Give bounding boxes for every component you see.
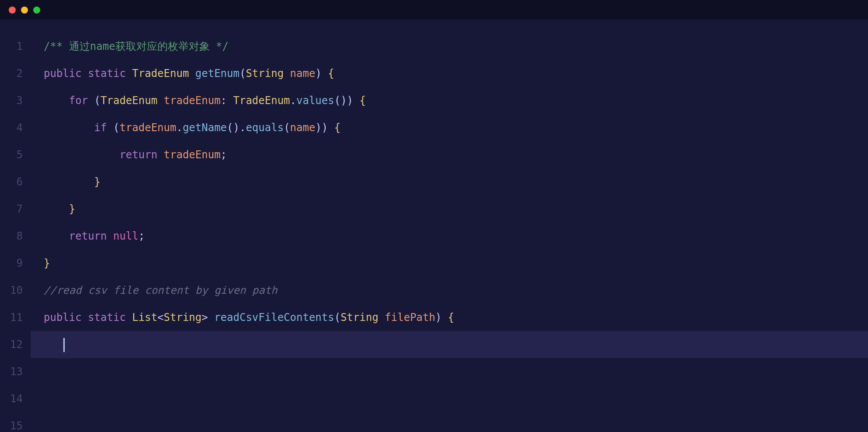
code-token <box>44 230 69 242</box>
code-token: . <box>176 122 182 134</box>
code-token: } <box>94 176 101 188</box>
code-token: equals <box>246 122 284 134</box>
code-token <box>322 67 328 80</box>
code-token: public <box>44 67 82 80</box>
code-token: getEnum <box>195 67 240 80</box>
code-token <box>157 94 163 107</box>
code-line[interactable]: } <box>31 195 868 223</box>
line-number: 9 <box>0 250 23 277</box>
line-number: 1 <box>0 33 23 60</box>
line-number: 10 <box>0 277 23 304</box>
line-number: 4 <box>0 114 23 141</box>
line-number: 11 <box>0 304 23 331</box>
code-token <box>208 311 214 324</box>
code-token: < <box>157 311 163 324</box>
code-token: ( <box>334 311 340 324</box>
editor-window: 123456789101112131415 /** 通过name获取对应的枚举对… <box>0 0 868 432</box>
code-line[interactable]: return tradeEnum; <box>31 141 868 168</box>
code-token: . <box>240 122 246 134</box>
code-line[interactable] <box>31 385 868 412</box>
code-line[interactable]: } <box>31 168 868 195</box>
code-line[interactable]: if (tradeEnum.getName().equals(name)) { <box>31 114 868 141</box>
code-token: public <box>44 311 82 324</box>
code-token <box>353 94 359 107</box>
code-token: return <box>69 230 107 242</box>
code-token <box>82 67 88 80</box>
code-token <box>126 67 132 80</box>
code-token <box>44 122 94 134</box>
code-token <box>126 311 132 324</box>
editor-area[interactable]: 123456789101112131415 /** 通过name获取对应的枚举对… <box>0 20 868 432</box>
code-token: null <box>113 230 139 242</box>
code-token: filePath <box>385 311 435 324</box>
code-line[interactable]: //read csv file content by given path <box>31 277 868 304</box>
code-token: )) <box>315 122 328 134</box>
code-token: ( <box>113 122 119 134</box>
code-token: static <box>88 67 126 80</box>
code-token: ()) <box>334 94 353 107</box>
code-area[interactable]: /** 通过name获取对应的枚举对象 */public static Trad… <box>31 20 868 432</box>
code-token <box>441 311 448 324</box>
line-number: 6 <box>0 168 23 195</box>
code-token: TradeEnum <box>233 94 290 107</box>
code-token <box>82 311 88 324</box>
code-token: } <box>44 257 50 269</box>
code-token: { <box>328 67 334 80</box>
code-line[interactable]: for (TradeEnum tradeEnum: TradeEnum.valu… <box>31 87 868 114</box>
code-line[interactable] <box>31 358 868 385</box>
line-number: 5 <box>0 141 23 168</box>
code-token: if <box>94 122 107 134</box>
code-token: values <box>296 94 334 107</box>
code-token: . <box>290 94 296 107</box>
code-token <box>44 338 62 351</box>
code-token <box>44 203 69 215</box>
code-token: /** 通过name获取对应的枚举对象 */ <box>44 40 229 52</box>
code-token: tradeEnum <box>164 149 221 161</box>
code-token: () <box>227 122 240 134</box>
code-token: String <box>340 311 378 324</box>
code-line[interactable] <box>31 331 868 358</box>
code-token: TradeEnum <box>101 94 157 107</box>
code-token <box>157 149 163 161</box>
code-token <box>284 67 290 80</box>
code-token: name <box>290 67 316 80</box>
line-number: 15 <box>0 412 23 432</box>
code-token <box>44 176 94 188</box>
code-token <box>189 67 195 80</box>
code-token: ) <box>315 67 321 80</box>
code-token: String <box>246 67 284 80</box>
code-line[interactable]: return null; <box>31 223 868 250</box>
code-token: getName <box>183 122 227 134</box>
code-token: return <box>119 149 157 161</box>
code-line[interactable]: } <box>31 250 868 277</box>
code-token <box>378 311 385 324</box>
line-number: 3 <box>0 87 23 114</box>
code-token <box>44 149 119 161</box>
code-token: ( <box>94 94 101 107</box>
line-number: 2 <box>0 60 23 87</box>
code-token: //read csv file content by given path <box>44 284 278 296</box>
code-line[interactable] <box>31 412 868 432</box>
close-button[interactable] <box>9 7 16 14</box>
code-token: ) <box>435 311 441 324</box>
line-number: 12 <box>0 331 23 358</box>
code-token <box>107 122 113 134</box>
text-cursor <box>63 338 65 352</box>
code-token: for <box>69 94 88 107</box>
line-number: 8 <box>0 223 23 250</box>
code-token: TradeEnum <box>132 67 189 80</box>
maximize-button[interactable] <box>33 7 40 14</box>
line-number: 7 <box>0 195 23 223</box>
code-token: ( <box>240 67 246 80</box>
minimize-button[interactable] <box>21 7 28 14</box>
code-token: name <box>290 122 316 134</box>
code-token: { <box>334 122 340 134</box>
code-line[interactable]: /** 通过name获取对应的枚举对象 */ <box>31 33 868 60</box>
code-line[interactable]: public static TradeEnum getEnum(String n… <box>31 60 868 87</box>
code-token: ; <box>139 230 145 242</box>
code-token: { <box>360 94 366 107</box>
line-number: 13 <box>0 358 23 385</box>
code-token: String <box>164 311 202 324</box>
line-number-gutter: 123456789101112131415 <box>0 20 31 432</box>
code-line[interactable]: public static List<String> readCsvFileCo… <box>31 304 868 331</box>
